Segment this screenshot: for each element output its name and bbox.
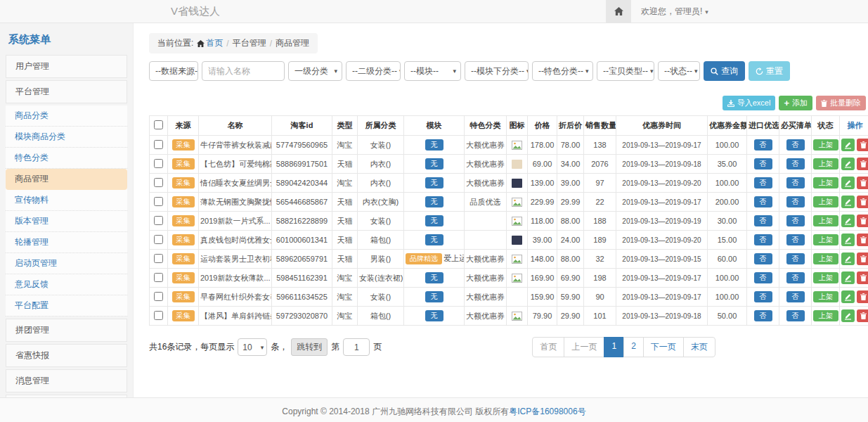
- module-badge: 无: [425, 139, 443, 151]
- icp-link[interactable]: 粤ICP备16098006号: [509, 407, 585, 416]
- row-checkbox[interactable]: [154, 140, 163, 149]
- delete-button[interactable]: [857, 196, 868, 208]
- source-badge: 采集: [172, 196, 195, 207]
- filter-select[interactable]: --二级分类--▾: [346, 61, 401, 81]
- sales-cell: 2076: [584, 155, 616, 174]
- row-checkbox[interactable]: [154, 216, 163, 225]
- page-button[interactable]: 末页: [683, 337, 715, 357]
- footer: Copyright © 2014-2018 广州九驰网络科技有限公司 版权所有粤…: [0, 397, 868, 422]
- sidebar-group[interactable]: 消息管理: [6, 369, 127, 392]
- delete-button[interactable]: [857, 215, 868, 227]
- delete-button[interactable]: [857, 309, 868, 322]
- image-placeholder-icon: [512, 141, 522, 150]
- jump-button[interactable]: 跳转到: [291, 338, 328, 356]
- feature-cell: [465, 231, 507, 250]
- sidebar-item[interactable]: 轮播管理: [6, 232, 127, 253]
- products-table: 来源名称淘客id类型所属分类模块特色分类图标价格折后价销售数量优惠券时间优惠券金…: [149, 115, 868, 326]
- sidebar-item[interactable]: 商品管理: [6, 169, 127, 190]
- status-cell: 上架: [812, 212, 840, 231]
- sidebar-item[interactable]: 商品分类: [6, 106, 127, 127]
- reset-button[interactable]: 重置: [749, 61, 790, 81]
- row-checkbox[interactable]: [154, 178, 163, 187]
- row-checkbox[interactable]: [154, 197, 163, 206]
- edit-icon: [844, 236, 852, 244]
- page-button[interactable]: 上一页: [564, 337, 604, 357]
- delete-button[interactable]: [857, 158, 868, 170]
- sidebar-group[interactable]: 用户管理: [6, 55, 127, 78]
- delete-button[interactable]: [857, 252, 868, 265]
- per-page-select[interactable]: 10▾: [238, 338, 267, 356]
- sidebar-item[interactable]: 平台配置: [6, 295, 127, 316]
- row-checkbox[interactable]: [154, 235, 163, 244]
- sidebar-item[interactable]: 启动页管理: [6, 253, 127, 274]
- sidebar-group[interactable]: 平台管理: [6, 80, 127, 103]
- row-checkbox[interactable]: [154, 311, 163, 320]
- sidebar-group[interactable]: 省惠快报: [6, 344, 127, 367]
- row-checkbox[interactable]: [154, 273, 163, 282]
- row-checkbox[interactable]: [154, 292, 163, 301]
- edit-button[interactable]: [841, 139, 855, 151]
- edit-button[interactable]: [841, 252, 855, 265]
- imported-badge: 否: [754, 310, 772, 321]
- filter-select[interactable]: 一级分类▾: [288, 61, 342, 81]
- delete-button[interactable]: [857, 271, 868, 284]
- edit-icon: [844, 274, 852, 282]
- filter-select[interactable]: --特色分类--▾: [532, 61, 593, 81]
- operations-cell: [840, 155, 868, 174]
- delete-button[interactable]: [857, 177, 868, 189]
- sidebar-item[interactable]: 版本管理: [6, 211, 127, 232]
- row-checkbox[interactable]: [154, 159, 163, 168]
- filter-bar: --数据来源--▾一级分类▾--二级分类--▾--模块--▾--模块下分类--▾…: [149, 61, 866, 81]
- edit-button[interactable]: [841, 158, 855, 170]
- edit-button[interactable]: [841, 271, 855, 284]
- sidebar-item[interactable]: 特色分类: [6, 148, 127, 169]
- page-button[interactable]: 下一页: [643, 337, 684, 357]
- coupon-time-cell: 2019-09-13—2019-09-20: [616, 231, 708, 250]
- page-button[interactable]: 2: [623, 337, 644, 357]
- source-badge: 采集: [172, 158, 195, 170]
- sales-cell: 101: [584, 307, 616, 326]
- sidebar-group[interactable]: 拼团管理: [6, 319, 127, 342]
- delete-button[interactable]: [857, 234, 868, 246]
- search-button-label: 查询: [721, 65, 738, 77]
- edit-button[interactable]: [841, 196, 855, 208]
- user-menu[interactable]: 欢迎您，管理员!▾: [641, 6, 708, 18]
- product-name-cell: 2019新款一片式系...: [199, 212, 272, 231]
- sidebar-item[interactable]: 模块商品分类: [6, 127, 127, 148]
- page-button[interactable]: 首页: [532, 337, 564, 357]
- sidebar-item[interactable]: 意见反馈: [6, 274, 127, 295]
- filter-select[interactable]: --状态--▾: [658, 61, 700, 81]
- page-button[interactable]: 1: [604, 337, 624, 357]
- filter-select[interactable]: --宝贝类型--▾: [597, 61, 654, 81]
- sidebar-item[interactable]: 宣传物料: [6, 190, 127, 211]
- edit-button[interactable]: [841, 309, 855, 322]
- breadcrumb-home-link[interactable]: 首页: [197, 37, 223, 49]
- taoke-id-cell: 596611634525: [272, 288, 332, 307]
- page-jump-input[interactable]: [343, 338, 370, 356]
- discount-price-cell: 78.00: [557, 136, 584, 155]
- chevron-down-icon: ▾: [453, 68, 456, 75]
- category-cell: 内衣(): [358, 174, 404, 193]
- filter-select[interactable]: --模块下分类--▾: [465, 61, 529, 81]
- edit-button[interactable]: [841, 234, 855, 246]
- filter-select[interactable]: --模块--▾: [404, 61, 461, 81]
- search-input[interactable]: [202, 61, 285, 81]
- edit-button[interactable]: [841, 177, 855, 189]
- home-button[interactable]: [606, 0, 631, 23]
- select-all-checkbox[interactable]: [154, 120, 163, 129]
- icon-cell: [507, 174, 528, 193]
- add-button[interactable]: + 添加: [779, 96, 812, 110]
- category-cell: 女装(连衣裙): [358, 269, 404, 288]
- delete-button[interactable]: [857, 290, 868, 303]
- table-header-row: 来源名称淘客id类型所属分类模块特色分类图标价格折后价销售数量优惠券时间优惠券金…: [150, 116, 868, 136]
- batch-delete-button[interactable]: 批量删除: [816, 96, 866, 110]
- status-cell: 上架: [812, 250, 840, 269]
- edit-button[interactable]: [841, 215, 855, 227]
- filter-select[interactable]: --数据来源--▾: [149, 61, 198, 81]
- imported-cell: 否: [747, 307, 779, 326]
- import-excel-button[interactable]: 导入excel: [723, 96, 776, 110]
- edit-button[interactable]: [841, 290, 855, 303]
- search-button[interactable]: 查询: [704, 61, 745, 81]
- delete-button[interactable]: [857, 139, 868, 151]
- row-checkbox[interactable]: [154, 254, 163, 263]
